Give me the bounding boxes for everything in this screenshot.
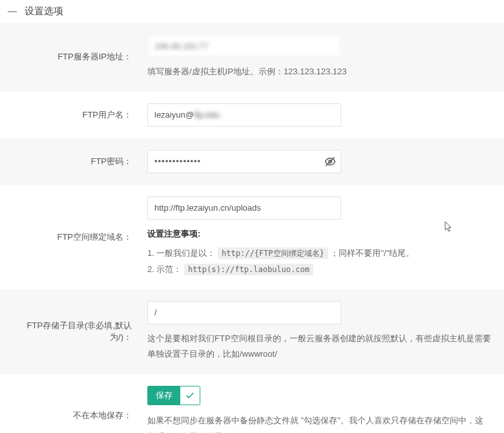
label-ftp-password: FTP密码： bbox=[0, 138, 140, 185]
local-save-btn-label[interactable]: 保存 bbox=[148, 386, 180, 405]
ftp-domain-input[interactable] bbox=[147, 196, 341, 220]
label-local-save: 不在本地保存： bbox=[0, 374, 140, 433]
label-ftp-subdir: FTP存储子目录(非必填,默认为/)： bbox=[0, 290, 140, 374]
label-ftp-ip: FTP服务器IP地址： bbox=[0, 23, 140, 92]
section-header: 设置选项 bbox=[0, 0, 504, 23]
ftp-user-blur: ftp.edu bbox=[194, 110, 220, 120]
domain-hint-line1: 1. 一般我们是以： http://{FTP空间绑定域名} ；同样不要用"/"结… bbox=[147, 246, 491, 262]
label-ftp-user: FTP用户名： bbox=[0, 92, 140, 138]
local-save-toggle[interactable]: 保存 bbox=[147, 386, 200, 405]
code-example-1: http://{FTP空间绑定域名} bbox=[218, 248, 328, 259]
label-ftp-domain: FTP空间绑定域名： bbox=[0, 185, 140, 290]
dash-icon bbox=[8, 11, 17, 12]
ftp-ip-hint: 填写服务器/虚拟主机IP地址。示例：123.123.123.123 bbox=[147, 64, 491, 80]
ftp-ip-input[interactable] bbox=[147, 34, 341, 58]
ftp-user-prefix: lezaiyun@ bbox=[154, 110, 194, 120]
local-save-hint: 如果不想同步在服务器中备份静态文件就 "勾选保存"。我个人喜欢只存储在存储空间中… bbox=[147, 413, 491, 433]
code-example-2: http(s)://ftp.laobuluo.com bbox=[184, 264, 313, 275]
settings-form: FTP服务器IP地址： 填写服务器/虚拟主机IP地址。示例：123.123.12… bbox=[0, 23, 504, 433]
ftp-password-input[interactable] bbox=[147, 150, 341, 173]
ftp-subdir-input[interactable] bbox=[147, 301, 341, 324]
check-icon[interactable] bbox=[180, 386, 200, 405]
ftp-domain-hint: 设置注意事项: 1. 一般我们是以： http://{FTP空间绑定域名} ；同… bbox=[147, 226, 491, 278]
domain-hint-title: 设置注意事项: bbox=[147, 226, 491, 242]
password-visibility-icon[interactable] bbox=[324, 156, 336, 167]
ftp-user-input[interactable]: lezaiyun@ftp.edu bbox=[147, 103, 341, 127]
ftp-subdir-hint: 这个是要相对我们FTP空间根目录的，一般云服务器创建的就按照默认，有些虚拟主机是… bbox=[147, 331, 491, 363]
section-title: 设置选项 bbox=[25, 5, 63, 17]
domain-hint-line2: 2. 示范： http(s)://ftp.laobuluo.com bbox=[147, 262, 491, 278]
